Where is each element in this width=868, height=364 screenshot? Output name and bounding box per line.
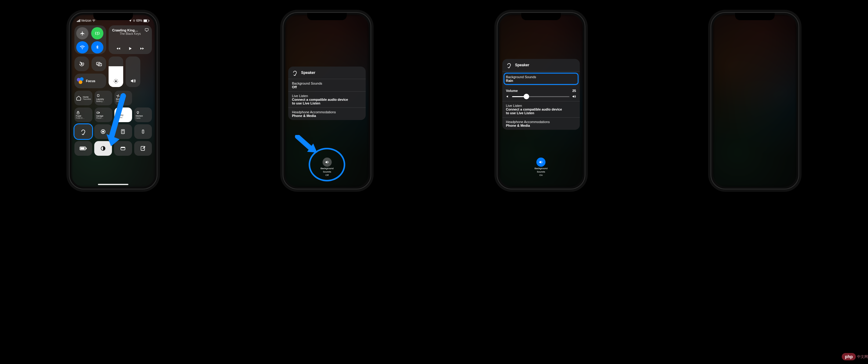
svg-point-12 bbox=[137, 111, 139, 113]
compose-icon bbox=[140, 145, 146, 151]
svg-rect-31 bbox=[86, 147, 87, 149]
home-icon bbox=[76, 95, 82, 101]
battery-percent: 69% bbox=[136, 19, 143, 22]
background-sounds-toggle[interactable]: Background Sounds On bbox=[534, 158, 548, 176]
camera-icon bbox=[96, 111, 100, 115]
svg-rect-10 bbox=[77, 112, 79, 114]
notch bbox=[93, 13, 133, 20]
svg-rect-3 bbox=[149, 20, 149, 21]
bulb-icon bbox=[136, 111, 140, 115]
home-favorites-tile[interactable]: HomeFavorites bbox=[74, 91, 93, 105]
low-power-tile[interactable] bbox=[74, 141, 92, 156]
airplane-icon bbox=[80, 31, 85, 36]
speaker-icon bbox=[538, 160, 544, 165]
cellular-toggle[interactable] bbox=[91, 27, 103, 39]
speaker-icon bbox=[130, 78, 136, 84]
carrier-label: Verizon bbox=[81, 19, 91, 22]
hearing-panel: Speaker Background Sounds Off Live Liste… bbox=[288, 66, 366, 120]
wifi-toggle[interactable] bbox=[76, 41, 88, 53]
ear-icon bbox=[506, 62, 512, 68]
headphone-accommodations-row[interactable]: Headphone Accommodations Phone & Media bbox=[288, 108, 366, 120]
svg-point-26 bbox=[143, 132, 143, 132]
volume-row[interactable]: Volume 25 bbox=[502, 86, 580, 102]
hearing-tile[interactable] bbox=[74, 124, 92, 139]
focus-button[interactable]: Focus bbox=[74, 74, 106, 88]
watermark-text: 中文网 bbox=[857, 354, 868, 359]
phone-sounds-list: Background Sounds Balanced NoiseBright N… bbox=[711, 12, 799, 189]
live-listen-row[interactable]: Live Listen Connect a compatible audio d… bbox=[288, 92, 366, 108]
svg-rect-24 bbox=[142, 130, 144, 134]
next-button[interactable] bbox=[140, 47, 145, 51]
focus-icon bbox=[77, 77, 84, 85]
svg-rect-32 bbox=[80, 147, 85, 150]
orientation-lock[interactable] bbox=[74, 56, 89, 71]
battery-icon bbox=[80, 146, 87, 150]
wifi-icon bbox=[92, 19, 95, 22]
brightness-slider[interactable] bbox=[108, 56, 123, 87]
phone-hearing-on: Speaker Background Sounds Rain Volume 25 bbox=[497, 12, 585, 189]
panel-header-speaker[interactable]: Speaker bbox=[502, 59, 580, 72]
ear-icon bbox=[80, 128, 87, 135]
airplane-toggle[interactable] bbox=[76, 27, 88, 39]
connectivity-group[interactable] bbox=[74, 25, 106, 54]
hearing-panel: Speaker Background Sounds Rain Volume 25 bbox=[502, 59, 580, 130]
media-title: Crawling King… bbox=[112, 28, 148, 32]
arrow-annotation bbox=[294, 135, 322, 156]
background-sounds-row[interactable]: Background Sounds Rain bbox=[503, 73, 579, 85]
plug-icon bbox=[96, 94, 100, 98]
svg-point-15 bbox=[102, 131, 104, 133]
play-button[interactable] bbox=[128, 46, 132, 51]
ear-icon bbox=[292, 69, 298, 76]
live-listen-row[interactable]: Live Listen Connect a compatible audio d… bbox=[502, 102, 580, 118]
phone-hearing-off: Speaker Background Sounds Off Live Liste… bbox=[283, 12, 371, 189]
remote-tile[interactable] bbox=[134, 124, 152, 139]
headphone-accommodations-row[interactable]: Headphone Accommodations Phone & Media bbox=[502, 118, 580, 130]
svg-rect-4 bbox=[81, 63, 82, 65]
svg-rect-11 bbox=[97, 112, 99, 113]
svg-rect-2 bbox=[144, 20, 147, 22]
screen-mirroring[interactable] bbox=[92, 56, 106, 71]
media-artist: The Black Keys bbox=[112, 32, 148, 35]
watermark-pill: php bbox=[842, 353, 856, 360]
lock-icon bbox=[76, 111, 80, 115]
svg-point-25 bbox=[143, 131, 143, 131]
prev-button[interactable] bbox=[116, 47, 121, 51]
wifi-icon bbox=[80, 45, 85, 50]
bluetooth-icon bbox=[95, 45, 100, 50]
watermark: php 中文网 bbox=[842, 353, 868, 360]
svg-rect-8 bbox=[98, 94, 99, 96]
svg-point-7 bbox=[115, 80, 117, 82]
media-control[interactable]: Crawling King… The Black Keys bbox=[108, 25, 152, 54]
remote-icon bbox=[141, 128, 145, 135]
home-kitchen-tile[interactable]: KitchenCans bbox=[134, 108, 152, 122]
lock-rotate-icon bbox=[79, 61, 85, 67]
panel-header-speaker[interactable]: Speaker bbox=[288, 66, 366, 79]
sun-icon bbox=[113, 79, 119, 84]
airplay-icon[interactable] bbox=[145, 28, 149, 32]
focus-label: Focus bbox=[86, 79, 95, 83]
mirroring-icon bbox=[96, 61, 102, 67]
volume-track[interactable] bbox=[512, 96, 569, 97]
notes-tile[interactable] bbox=[134, 141, 152, 156]
volume-low-icon bbox=[506, 95, 509, 98]
arrow-annotation bbox=[105, 93, 129, 154]
svg-rect-13 bbox=[137, 113, 138, 114]
battery-icon bbox=[143, 19, 150, 22]
bluetooth-toggle[interactable] bbox=[91, 41, 103, 53]
cell-signal-icon bbox=[77, 19, 80, 22]
phone-control-center: Verizon 69% bbox=[69, 12, 157, 189]
alarm-icon bbox=[133, 19, 135, 22]
background-sounds-row[interactable]: Background Sounds Off bbox=[288, 79, 366, 92]
volume-slider[interactable] bbox=[126, 56, 140, 87]
svg-point-28 bbox=[143, 132, 143, 133]
antenna-icon bbox=[95, 31, 100, 36]
home-foyer-tile[interactable]: FoyerFront D… bbox=[74, 108, 93, 122]
volume-high-icon bbox=[572, 94, 576, 99]
